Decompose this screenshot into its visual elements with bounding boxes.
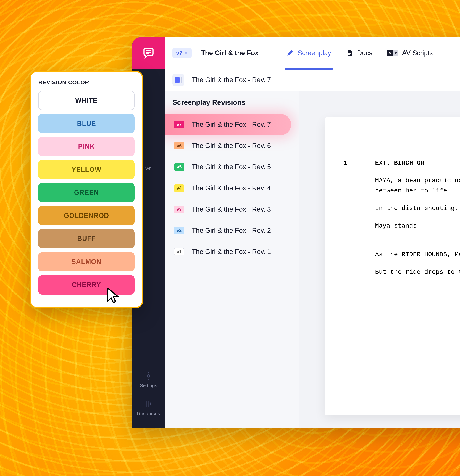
chevron-down-icon bbox=[184, 51, 188, 55]
version-chip-label: v7 bbox=[176, 50, 182, 56]
revision-label: The Girl & the Fox - Rev. 2 bbox=[192, 227, 271, 234]
revision-item[interactable]: v4The Girl & the Fox - Rev. 4 bbox=[165, 178, 299, 199]
topbar-tabs: Screenplay Docs AV AV Scripts bbox=[286, 45, 433, 61]
color-option-salmon[interactable]: SALMON bbox=[38, 252, 134, 272]
scene-number: 1 bbox=[343, 158, 347, 168]
sidebar-settings-label: Settings bbox=[140, 383, 157, 388]
revision-label: The Girl & the Fox - Rev. 1 bbox=[192, 248, 271, 256]
app-window: wn Settings Resources v7 The Gir bbox=[132, 37, 460, 428]
sidebar-item-resources[interactable]: Resources bbox=[137, 400, 160, 416]
subbar: The Girl & the Fox - Rev. 7 bbox=[165, 69, 460, 91]
color-option-white[interactable]: WHITE bbox=[38, 91, 134, 110]
sidebar-breakdown-label-fragment: wn bbox=[145, 165, 151, 171]
revision-badge: v3 bbox=[174, 206, 184, 213]
document-icon bbox=[346, 49, 353, 57]
script-paragraph: In the dista shouting, ho bbox=[375, 203, 460, 213]
revision-badge: v5 bbox=[174, 163, 184, 171]
popover-title: REVISION COLOR bbox=[38, 79, 134, 85]
revision-label: The Girl & the Fox - Rev. 7 bbox=[192, 121, 271, 128]
document-title: The Girl & the Fox - Rev. 7 bbox=[192, 76, 271, 84]
sidebar-item-settings[interactable]: Settings bbox=[140, 372, 157, 388]
revision-item[interactable]: v2The Girl & the Fox - Rev. 2 bbox=[165, 220, 299, 241]
color-list: WHITEBLUEPINKYELLOWGREENGOLDENRODBUFFSAL… bbox=[38, 91, 134, 298]
svg-rect-9 bbox=[348, 54, 350, 55]
main-column: v7 The Girl & the Fox Screenplay Docs AV bbox=[165, 37, 460, 428]
revision-label: The Girl & the Fox - Rev. 4 bbox=[192, 184, 271, 192]
app-logo[interactable] bbox=[132, 37, 165, 69]
version-chip[interactable]: v7 bbox=[173, 48, 192, 58]
revision-item[interactable]: v5The Girl & the Fox - Rev. 5 bbox=[165, 156, 299, 178]
tab-avscripts[interactable]: AV AV Scripts bbox=[387, 45, 433, 61]
svg-line-6 bbox=[150, 402, 151, 407]
script-paragraph: Maya stands bbox=[375, 221, 460, 231]
tab-screenplay-label: Screenplay bbox=[298, 49, 331, 57]
topbar: v7 The Girl & the Fox Screenplay Docs AV bbox=[165, 37, 460, 69]
revision-badge: v7 bbox=[174, 121, 184, 128]
color-option-green[interactable]: GREEN bbox=[38, 183, 134, 202]
doc-layout-icon[interactable] bbox=[173, 74, 184, 86]
color-option-goldenrod[interactable]: GOLDENROD bbox=[38, 206, 134, 225]
chat-bubble-icon bbox=[142, 46, 155, 60]
books-icon bbox=[144, 400, 153, 408]
av-icon: AV bbox=[387, 50, 399, 56]
project-title: The Girl & the Fox bbox=[201, 49, 259, 57]
revisions-panel: Screenplay Revisions v7The Girl & the Fo… bbox=[165, 91, 299, 428]
revision-item[interactable]: v6The Girl & the Fox - Rev. 6 bbox=[165, 135, 299, 156]
slugline: EXT. BIRCH GR bbox=[375, 158, 460, 168]
svg-point-3 bbox=[147, 375, 150, 377]
color-option-buff[interactable]: BUFF bbox=[38, 229, 134, 248]
revision-label: The Girl & the Fox - Rev. 5 bbox=[192, 163, 271, 171]
revision-item[interactable]: v1The Girl & the Fox - Rev. 1 bbox=[165, 241, 299, 262]
tab-screenplay[interactable]: Screenplay bbox=[286, 45, 331, 61]
script-paragraph: As the RIDER HOUNDS, Maya stop them. bbox=[375, 249, 460, 260]
revision-badge: v2 bbox=[174, 227, 184, 234]
revision-badge: v4 bbox=[174, 185, 184, 192]
revision-item[interactable]: v3The Girl & the Fox - Rev. 3 bbox=[165, 199, 299, 220]
revision-label: The Girl & the Fox - Rev. 3 bbox=[192, 205, 271, 213]
color-option-blue[interactable]: BLUE bbox=[38, 114, 134, 133]
content-row: Screenplay Revisions v7The Girl & the Fo… bbox=[165, 91, 460, 428]
script-page-area: 1 EXT. BIRCH GR MAYA, a beau practicing … bbox=[299, 91, 460, 428]
revision-badge: v6 bbox=[174, 142, 184, 150]
revision-item[interactable]: v7The Girl & the Fox - Rev. 7 bbox=[165, 114, 291, 135]
script-paragraph: MAYA, a beau practicing he FLOWER and wh… bbox=[375, 176, 460, 196]
revision-color-popover: REVISION COLOR WHITEBLUEPINKYELLOWGREENG… bbox=[30, 71, 143, 308]
script-page[interactable]: 1 EXT. BIRCH GR MAYA, a beau practicing … bbox=[325, 117, 460, 415]
gear-icon bbox=[144, 372, 153, 380]
revision-label: The Girl & the Fox - Rev. 6 bbox=[192, 142, 271, 150]
cursor-pointer-icon bbox=[104, 286, 123, 305]
revision-badge: v1 bbox=[174, 248, 184, 255]
svg-rect-8 bbox=[348, 53, 351, 53]
sidebar-resources-label: Resources bbox=[137, 411, 160, 416]
tab-avscripts-label: AV Scripts bbox=[402, 49, 433, 57]
svg-rect-7 bbox=[348, 52, 351, 52]
color-option-pink[interactable]: PINK bbox=[38, 137, 134, 156]
revisions-heading: Screenplay Revisions bbox=[165, 99, 299, 114]
pencil-icon bbox=[286, 49, 294, 57]
tab-docs[interactable]: Docs bbox=[346, 45, 372, 61]
revisions-list: v7The Girl & the Fox - Rev. 7v6The Girl … bbox=[165, 114, 299, 262]
tab-docs-label: Docs bbox=[357, 49, 372, 57]
color-option-yellow[interactable]: YELLOW bbox=[38, 160, 134, 179]
script-paragraph: But the ride drops to the bbox=[375, 267, 460, 277]
